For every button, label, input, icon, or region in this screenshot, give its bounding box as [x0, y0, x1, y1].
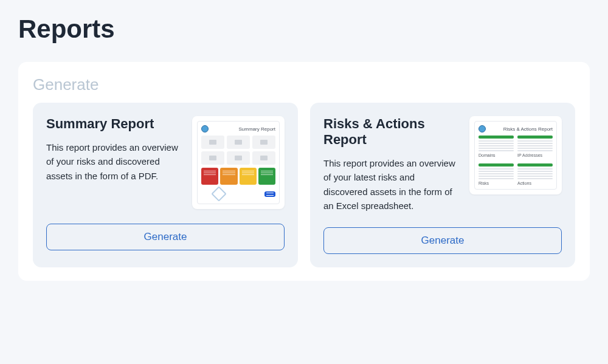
card-text: Summary Report This report provides an o… [46, 116, 182, 183]
risks-section-label: Actions [517, 181, 553, 185]
risks-card-description: This report provides an overview of your… [323, 156, 460, 213]
risks-preview-section-ip-addresses: IP Addresses [517, 136, 553, 157]
generate-risks-button[interactable]: Generate [323, 227, 562, 254]
kpi-cell [227, 136, 250, 149]
risks-section-label: IP Addresses [517, 153, 553, 157]
kpi-cell [227, 151, 250, 165]
card-summary-report: Summary Report This report provides an o… [33, 103, 298, 267]
severity-tile-critical [201, 168, 218, 185]
risks-preview-section-actions: Actions [517, 161, 553, 185]
risks-section-label: Risks [478, 181, 514, 185]
summary-preview-title: Summary Report [239, 126, 275, 132]
diamond-icon [211, 186, 226, 201]
cards-row: Summary Report This report provides an o… [33, 103, 575, 267]
risks-report-preview: Risks & Actions Report Domains [469, 116, 562, 194]
risks-preview-grid: Domains IP Addresses Ri [478, 136, 553, 185]
summary-report-preview: Summary Report [192, 116, 285, 209]
generate-summary-button[interactable]: Generate [46, 224, 285, 250]
severity-tile-high [220, 168, 237, 185]
summary-preview-footer [201, 188, 275, 200]
risks-preview-title: Risks & Actions Report [503, 126, 553, 132]
chart-pill-icon [264, 191, 275, 197]
preview-header: Summary Report [201, 125, 275, 132]
panel-title: Generate [33, 75, 575, 94]
page-title: Reports [18, 15, 590, 44]
risks-preview-section-domains: Domains [478, 136, 514, 157]
preview-header: Risks & Actions Report [478, 125, 553, 132]
kpi-cell [201, 136, 224, 149]
card-text: Risks & Actions Report This report provi… [323, 116, 460, 213]
kpi-cell [201, 151, 224, 165]
summary-preview-severity-row [201, 168, 275, 185]
logo-icon [478, 125, 486, 132]
summary-card-description: This report provides an overview of your… [46, 140, 182, 183]
severity-tile-low [258, 168, 275, 185]
card-top: Summary Report This report provides an o… [46, 116, 285, 209]
summary-card-title: Summary Report [46, 116, 182, 132]
risks-section-label: Domains [478, 153, 514, 157]
risks-preview-page: Risks & Actions Report Domains [474, 121, 557, 190]
summary-preview-kpi-grid [201, 136, 275, 165]
generate-panel: Generate Summary Report This report prov… [18, 62, 590, 281]
logo-icon [201, 125, 209, 132]
severity-tile-medium [240, 168, 257, 185]
card-top: Risks & Actions Report This report provi… [323, 116, 562, 213]
kpi-cell [252, 151, 275, 165]
summary-preview-page: Summary Report [197, 121, 280, 204]
kpi-cell [252, 136, 275, 149]
risks-preview-section-risks: Risks [478, 161, 514, 185]
risks-card-title: Risks & Actions Report [323, 116, 460, 148]
card-risks-actions-report: Risks & Actions Report This report provi… [310, 103, 575, 267]
